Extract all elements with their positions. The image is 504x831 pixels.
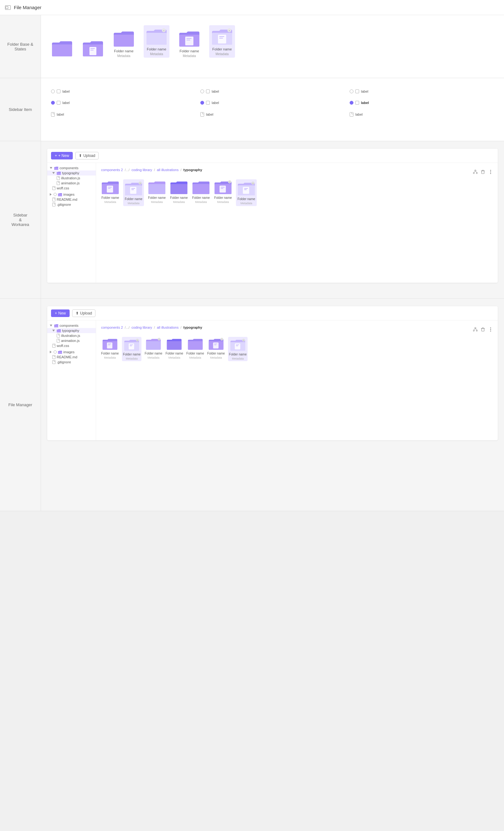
breadcrumb-part[interactable]: components 2 <box>101 325 123 329</box>
tree-item-typography[interactable]: typography <box>47 328 96 333</box>
tree-item-images[interactable]: images <box>47 192 96 197</box>
fm-new-button[interactable]: + New <box>51 310 69 317</box>
fm-grid-folder-5[interactable]: Folder name Metadata <box>186 337 204 361</box>
svg-rect-27 <box>482 171 484 174</box>
svg-rect-40 <box>148 184 166 194</box>
fm-upload-button[interactable]: ⬆ Upload <box>72 310 95 317</box>
svg-rect-16 <box>219 38 223 38</box>
fm-spacer <box>47 440 498 503</box>
breadcrumb-part[interactable]: components 2 <box>101 168 123 172</box>
breadcrumb-part[interactable]: all illustrations <box>157 168 179 172</box>
tree-item-typography[interactable]: typography <box>47 171 96 175</box>
tree-item-label: images <box>63 193 75 196</box>
breadcrumb: components 2 /.../ coding library / all … <box>101 168 202 172</box>
grid-folder-1[interactable]: Folder name Metadata <box>101 179 119 206</box>
sidebar-workarea-section: Sidebar & Workarea + + New ⬆ Upload <box>0 141 504 299</box>
tree-item-woff[interactable]: woff.css <box>47 343 96 348</box>
grid-folder-7[interactable]: × Folder name Metadata <box>236 179 257 206</box>
file-icon <box>52 203 55 206</box>
folder-icon: × <box>146 337 161 351</box>
tree-item-readme[interactable]: README.md <box>47 197 96 202</box>
sidebar-item-row-3-2[interactable]: label <box>200 111 345 118</box>
sidebar-items-grid: label label label label label <box>51 88 494 118</box>
app-title: File Manager <box>14 5 41 10</box>
folder-item-4[interactable]: × Folder name Metadata <box>144 25 170 58</box>
svg-point-60 <box>476 330 478 331</box>
fm-grid-folder-4[interactable]: Folder name Metadata <box>166 337 183 361</box>
folder-item-1[interactable] <box>51 39 73 58</box>
tree-item-animation[interactable]: animation.js <box>47 180 96 185</box>
fm-grid-folder-1[interactable]: Folder name Metadata <box>101 337 119 361</box>
tree-item-label: animation.js <box>61 339 80 343</box>
sidebar-item-row-2-2[interactable]: label <box>200 99 345 106</box>
svg-rect-71 <box>129 343 134 349</box>
fm-trash-icon[interactable] <box>481 327 485 332</box>
si-square-icon <box>355 89 359 93</box>
tree-item-images[interactable]: images <box>47 349 96 354</box>
more-icon[interactable] <box>488 170 493 174</box>
svg-point-59 <box>473 330 474 331</box>
sidebar-item-row-1-1[interactable]: label <box>51 88 195 94</box>
sidebar-item-row-2-3[interactable]: label <box>350 99 494 106</box>
breadcrumb-part[interactable]: all illustrations <box>157 325 179 329</box>
tree-item-components[interactable]: components <box>47 166 96 171</box>
folder-item-3[interactable]: Folder name Metadata <box>113 29 135 58</box>
upload-icon: ⬆ <box>79 153 82 158</box>
sidebar-item-row-3-3[interactable]: label <box>350 111 494 118</box>
si-circle-filled-icon <box>51 101 55 105</box>
si-label: label <box>361 89 368 93</box>
svg-rect-55 <box>54 325 58 327</box>
sidebar-item-row-1-3[interactable]: label <box>350 88 494 94</box>
topbar: File Manager <box>0 0 504 15</box>
folder-icon-plain <box>51 39 73 58</box>
svg-rect-21 <box>58 194 62 196</box>
tree-item-readme[interactable]: README.md <box>47 354 96 360</box>
fm-grid-folder-7[interactable]: × Folder name Metadata <box>228 337 247 361</box>
folder-item-6[interactable]: × Folder name Metadata <box>209 25 235 58</box>
fm-workarea-body: components typography illustration.js <box>47 320 498 440</box>
folder-item-5[interactable]: Folder name Metadata <box>178 29 200 58</box>
upload-button[interactable]: ⬆ Upload <box>75 152 98 160</box>
breadcrumb-sep: / <box>154 325 155 329</box>
fm-grid-folder-6[interactable]: × Folder name Metadata <box>207 337 225 361</box>
breadcrumb-part[interactable]: coding library <box>131 325 152 329</box>
tree-item-gitignore[interactable]: .gitignore <box>47 360 96 365</box>
si-square-icon <box>206 89 210 93</box>
fm-grid-folder-2[interactable]: × Folder name Metadata <box>122 337 142 361</box>
tree-item-animation[interactable]: animation.js <box>47 338 96 343</box>
svg-rect-12 <box>186 40 190 40</box>
svg-line-61 <box>474 329 475 330</box>
file-manager-toolbar: + New ⬆ Upload <box>47 306 498 320</box>
tree-item-illustration[interactable]: illustration.js <box>47 175 96 180</box>
tree-item-gitignore[interactable]: .gitignore <box>47 202 96 207</box>
fm-grid-folder-3[interactable]: × Folder name Metadata <box>145 337 162 361</box>
breadcrumb-part[interactable]: coding library <box>131 168 152 172</box>
expand-icon <box>50 167 52 169</box>
grid-folder-3[interactable]: Folder name Metadata <box>148 179 166 206</box>
share-icon[interactable] <box>473 170 478 174</box>
trash-icon[interactable] <box>481 170 485 174</box>
fm-more-icon[interactable] <box>488 327 493 332</box>
grid-folder-2[interactable]: × Folder name Metadata <box>123 179 144 206</box>
sidebar-item-row-2-1[interactable]: label <box>51 99 195 106</box>
expand-icon <box>50 324 52 326</box>
fm-share-icon[interactable] <box>473 327 478 332</box>
grid-folder-5[interactable]: Folder name Metadata <box>192 179 210 206</box>
grid-folder-6[interactable]: × Folder name Metadata <box>214 179 232 206</box>
si-label: label <box>212 101 219 105</box>
tree-item-components[interactable]: components <box>47 323 96 328</box>
sidebar-item-row-3-1[interactable]: label <box>51 111 195 118</box>
tree-item-woff[interactable]: woff.css <box>47 185 96 191</box>
tree-item-illustration[interactable]: illustration.js <box>47 333 96 338</box>
svg-text:×: × <box>163 29 165 32</box>
svg-text:×: × <box>140 182 141 185</box>
folder-base-content: Folder name Metadata × Folder name Metad… <box>41 15 504 78</box>
svg-point-58 <box>475 327 476 329</box>
new-button[interactable]: + + New <box>51 152 73 160</box>
si-label: label <box>62 89 69 93</box>
grid-folder-4[interactable]: Folder name Metadata <box>170 179 188 206</box>
breadcrumb-actions <box>473 170 493 174</box>
svg-rect-0 <box>52 45 72 56</box>
sidebar-item-row-1-2[interactable]: label <box>200 88 345 94</box>
folder-item-2[interactable] <box>82 39 104 58</box>
